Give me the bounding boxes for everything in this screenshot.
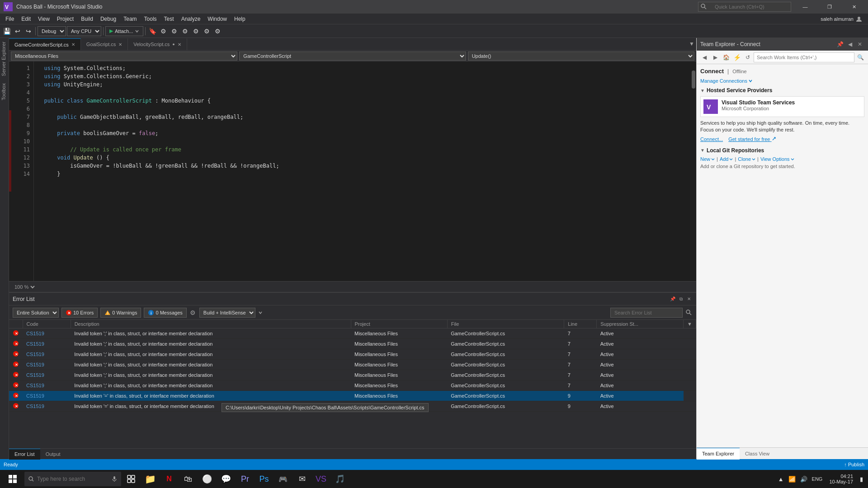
rp-nav-button[interactable]: ◀	[845, 40, 854, 49]
unity-taskbar[interactable]: 🎮	[274, 470, 292, 488]
toolbar-redo[interactable]: ↪	[24, 26, 33, 36]
tray-lang-icon[interactable]: ENG	[811, 476, 824, 482]
menu-file[interactable]: File	[2, 14, 18, 24]
col-description[interactable]: Description	[71, 320, 351, 328]
toolbar-btn3[interactable]: ⚙	[180, 26, 190, 36]
panel-tab-errorlist[interactable]: Error List	[9, 449, 40, 460]
toolbox-tab[interactable]: Toolbox	[0, 80, 9, 104]
taskbar-search-input[interactable]	[37, 476, 109, 482]
col-file[interactable]: File	[447, 320, 564, 328]
rp-tab-teamexplorer[interactable]: Team Explorer	[697, 448, 740, 460]
col-code[interactable]: Code	[23, 320, 71, 328]
table-row[interactable]: ✕ CS1519 Invalid token ';' in class, str…	[9, 360, 696, 370]
taskbar-search[interactable]	[24, 472, 121, 486]
toolbar-btn1[interactable]: ⚙	[158, 26, 168, 36]
menu-test[interactable]: Test	[160, 14, 178, 24]
restore-button[interactable]: ❐	[819, 0, 840, 14]
toolbar-btn5[interactable]: ⚙	[202, 26, 212, 36]
mail-taskbar[interactable]: ✉	[293, 470, 311, 488]
table-row[interactable]: ✕ CS1519 Invalid token ';' in class, str…	[9, 339, 696, 349]
files-select[interactable]: Miscellaneous Files	[11, 52, 237, 61]
quick-launch-input[interactable]	[709, 0, 791, 14]
rp-back-button[interactable]: ◀	[699, 52, 709, 62]
netflix-taskbar[interactable]: N	[160, 470, 178, 488]
tray-network-icon[interactable]: 📶	[787, 476, 797, 483]
error-table[interactable]: Code Description Project File Line Suppr…	[9, 320, 696, 448]
toolbar-config-select[interactable]: Debug	[38, 26, 66, 36]
chrome-taskbar[interactable]: ⚪	[198, 470, 216, 488]
menu-debug[interactable]: Debug	[97, 14, 120, 24]
store-taskbar[interactable]: 🛍	[179, 470, 197, 488]
toolbar-save[interactable]: 💾	[2, 26, 12, 36]
attach-button[interactable]: ▶ Attach...	[105, 26, 143, 36]
editor-scrollbar[interactable]	[691, 61, 696, 281]
system-clock[interactable]: 04:21 10-May-17	[826, 474, 857, 484]
task-view-button[interactable]	[122, 470, 140, 488]
col-project[interactable]: Project	[351, 320, 447, 328]
tab-close-goalscript[interactable]: ✕	[118, 42, 122, 47]
rp-search-button[interactable]: 🔍	[855, 52, 865, 62]
panel-close-button[interactable]: ✕	[685, 296, 693, 303]
tab-close-gamecontroller[interactable]: ✕	[71, 42, 75, 47]
menu-team[interactable]: Team	[120, 14, 140, 24]
rp-pin-button[interactable]: 📌	[835, 40, 844, 49]
rp-tab-classview[interactable]: Class View	[740, 448, 775, 460]
premiere-taskbar[interactable]: Pr	[236, 470, 254, 488]
server-explorer-tab[interactable]: Server Explorer	[0, 38, 9, 80]
menu-build[interactable]: Build	[77, 14, 97, 24]
publish-button[interactable]: ↑ Publish	[844, 462, 864, 467]
messages-button[interactable]: i 0 Messages	[144, 308, 186, 318]
table-row[interactable]: ✕ CS1519 Invalid token ';' in class, str…	[9, 380, 696, 391]
col-line[interactable]: Line	[564, 320, 597, 328]
minimize-button[interactable]: —	[795, 0, 816, 14]
menu-tools[interactable]: Tools	[141, 14, 160, 24]
toolbar-btn2[interactable]: ⚙	[169, 26, 179, 36]
add-git-button[interactable]: Add	[720, 156, 733, 162]
class-select[interactable]: GameControllerScript	[239, 52, 466, 61]
show-desktop-icon[interactable]: ▮	[859, 476, 864, 483]
rp-connect-button[interactable]: ⚡	[732, 52, 742, 62]
toolbar-undo[interactable]: ↩	[13, 26, 23, 36]
menu-help[interactable]: Help	[231, 14, 249, 24]
toolbar-bookmark[interactable]: 🔖	[147, 26, 157, 36]
photoshop-taskbar[interactable]: Ps	[255, 470, 273, 488]
table-row[interactable]: ✕ CS1519 Invalid token ';' in class, str…	[9, 349, 696, 360]
work-items-search[interactable]	[754, 52, 854, 62]
tray-volume-icon[interactable]: 🔊	[799, 476, 809, 483]
warnings-button[interactable]: ! 0 Warnings	[100, 308, 141, 318]
rp-forward-button[interactable]: ▶	[710, 52, 720, 62]
start-button[interactable]	[2, 470, 24, 488]
table-row[interactable]: ✕ CS1519 Invalid token '=' in class, str…	[9, 391, 696, 401]
panel-pin-button[interactable]: 📌	[669, 296, 676, 303]
error-search-input[interactable]	[610, 308, 683, 318]
audio-taskbar[interactable]: 🎵	[331, 470, 349, 488]
col-filter[interactable]: ▼	[684, 320, 696, 328]
toolbar-btn4[interactable]: ⚙	[191, 26, 201, 36]
tray-up-icon[interactable]: ▲	[777, 476, 785, 483]
tab-gamecontroller[interactable]: GameControllerScript.cs ✕	[9, 38, 81, 50]
toolbar-options-button[interactable]: ⚙	[189, 309, 197, 316]
scrollbar-thumb[interactable]	[692, 70, 695, 89]
toolbar-btn6[interactable]: ⚙	[212, 26, 222, 36]
new-git-button[interactable]: New	[700, 156, 715, 162]
scope-select[interactable]: Entire Solution	[13, 308, 59, 318]
table-row[interactable]: ✕ CS1519 Invalid token '=' in class, str…	[9, 401, 696, 412]
tab-list-dropdown[interactable]: ▼	[687, 38, 696, 50]
rp-home-button[interactable]: 🏠	[721, 52, 731, 62]
code-editor[interactable]: 1 2 3 4 5 6 7 8 9 10 11 12 13 14 using S	[9, 61, 696, 281]
build-select[interactable]: Build + IntelliSense	[199, 308, 255, 318]
menu-window[interactable]: Window	[204, 14, 231, 24]
getstarted-link[interactable]: Get started for free	[728, 136, 776, 142]
method-select[interactable]: Update()	[468, 52, 694, 61]
tab-goalscript[interactable]: GoalScript.cs ✕	[81, 38, 128, 50]
col-suppression[interactable]: Suppression St...	[597, 320, 684, 328]
panel-float-button[interactable]: ⧉	[677, 296, 684, 303]
toolbar-platform-select[interactable]: Any CPU	[67, 26, 101, 36]
tab-velocityscript[interactable]: VelocityScript.cs ● ✕	[128, 38, 187, 50]
menu-analyze[interactable]: Analyze	[178, 14, 204, 24]
panel-tab-output[interactable]: Output	[40, 449, 66, 460]
table-row[interactable]: ✕ CS1519 Invalid token ';' in class, str…	[9, 328, 696, 339]
vs-taskbar[interactable]: VS	[312, 470, 330, 488]
code-content[interactable]: using System.Collections; using System.C…	[34, 61, 691, 281]
menu-project[interactable]: Project	[53, 14, 77, 24]
